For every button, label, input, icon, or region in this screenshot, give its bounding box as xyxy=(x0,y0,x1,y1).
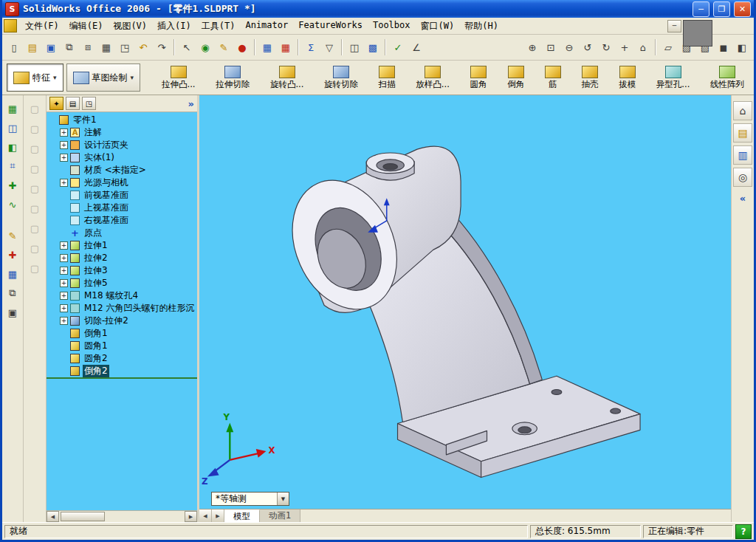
menu-item[interactable]: 编辑(E) xyxy=(64,18,109,34)
zoom-area-icon[interactable]: ⊡ xyxy=(542,38,560,56)
disabled-tool-icon[interactable]: ▢ xyxy=(26,239,44,257)
previous-view-icon[interactable]: ↺ xyxy=(579,38,597,56)
chevron-down-icon[interactable]: ▾ xyxy=(131,74,134,81)
file-explorer-icon[interactable]: ▥ xyxy=(733,145,752,165)
disabled-tool-icon[interactable]: ▢ xyxy=(26,159,44,177)
geometry-check-icon[interactable]: ✓ xyxy=(389,38,407,56)
featuremanager-tab-icon[interactable]: ✦ xyxy=(49,97,63,110)
print-icon[interactable]: ▦ xyxy=(97,38,115,56)
disabled-tool-icon[interactable]: ▢ xyxy=(26,219,44,237)
tree-item[interactable]: + M12 六角凹头螺钉的柱形沉 xyxy=(47,302,197,315)
annotate-tool-icon[interactable]: ✎ xyxy=(4,227,21,244)
tree-item[interactable]: 零件1 xyxy=(47,114,197,126)
chevron-down-icon[interactable]: ▾ xyxy=(53,74,57,81)
disabled-tool-icon[interactable]: ▢ xyxy=(26,259,44,277)
sketch-icon[interactable]: ✎ xyxy=(215,38,233,56)
spline-tool-icon[interactable]: ∿ xyxy=(4,196,21,213)
measure-icon[interactable]: ∠ xyxy=(408,38,425,56)
menu-item[interactable]: 视图(V) xyxy=(108,18,152,34)
selection-filter-icon[interactable]: ▽ xyxy=(320,38,338,56)
tab-model[interactable]: 模型 xyxy=(224,510,260,522)
tree-item[interactable]: 上视基准面 xyxy=(47,202,197,214)
tab-scroll-right-icon[interactable]: ▶ xyxy=(212,510,224,522)
menu-item[interactable]: 文件(F) xyxy=(20,18,64,34)
standard-views-icon[interactable]: ⌂ xyxy=(634,38,652,56)
select-icon[interactable]: ↖ xyxy=(178,38,196,56)
expand-toggle-icon[interactable]: + xyxy=(60,128,68,137)
disabled-tool-icon[interactable]: ▢ xyxy=(26,120,44,137)
feature-button[interactable]: 异型孔... xyxy=(651,64,695,92)
tree-item[interactable]: + 实体(1) xyxy=(47,151,197,164)
tree-item[interactable]: 倒角1 xyxy=(47,327,197,340)
menu-item[interactable]: FeatureWorks xyxy=(293,18,368,34)
chevron-down-icon[interactable]: ▼ xyxy=(277,493,289,505)
axis-tool-icon[interactable]: ✚ xyxy=(4,176,21,194)
feature-button[interactable]: 抽壳 xyxy=(577,64,604,92)
print-preview-icon[interactable]: ◳ xyxy=(116,38,134,56)
expand-toggle-icon[interactable]: + xyxy=(60,267,68,275)
chevron-left-icon[interactable]: « xyxy=(740,193,746,204)
minimize-button[interactable]: ─ xyxy=(693,1,709,17)
new-icon[interactable]: ▯ xyxy=(5,38,23,56)
tree-item[interactable]: 圆角2 xyxy=(47,352,197,365)
tree-item[interactable]: + A 注解 xyxy=(47,126,197,139)
pan-icon[interactable]: + xyxy=(616,38,633,56)
tree-item[interactable]: 右视基准面 xyxy=(47,214,197,227)
tree-item[interactable]: + 拉伸2 xyxy=(47,252,197,264)
shaded-icon[interactable]: ◼ xyxy=(715,38,732,56)
check-tool-icon[interactable]: ✚ xyxy=(4,246,21,264)
feature-button[interactable]: 倒角 xyxy=(502,64,529,92)
make-drawing-icon[interactable]: ⧉ xyxy=(61,38,78,56)
expand-toggle-icon[interactable]: + xyxy=(60,279,68,287)
tab-features[interactable]: 特征 ▾ xyxy=(7,64,63,92)
zoom-in-out-icon[interactable]: ⊖ xyxy=(560,38,578,56)
design-library-icon[interactable]: ▤ xyxy=(733,123,752,143)
open-icon[interactable]: ▤ xyxy=(24,38,41,56)
scroll-left-icon[interactable]: ◀ xyxy=(47,511,59,522)
tree-item[interactable]: + 拉伸1 xyxy=(47,239,197,252)
disabled-tool-icon[interactable]: ▢ xyxy=(26,199,44,217)
search-icon[interactable]: ◎ xyxy=(733,168,752,187)
corner-tool-icon[interactable]: ◧ xyxy=(4,138,21,156)
expand-toggle-icon[interactable]: + xyxy=(60,141,68,149)
undo-icon[interactable]: ↶ xyxy=(134,38,152,56)
cylinder-tool-icon[interactable]: ◫ xyxy=(4,119,21,137)
tree-item[interactable]: 前视基准面 xyxy=(47,189,197,202)
expand-toggle-icon[interactable]: + xyxy=(60,254,68,262)
plane-tool-icon[interactable]: ⌗ xyxy=(4,157,21,175)
scrollbar-thumb[interactable] xyxy=(61,512,105,521)
layers-tool-icon[interactable]: ⧉ xyxy=(4,284,21,302)
menu-item[interactable]: Toolbox xyxy=(368,18,416,34)
tree-item[interactable]: 圆角1 xyxy=(47,340,197,352)
disabled-tool-icon[interactable]: ▢ xyxy=(26,179,44,197)
expand-toggle-icon[interactable]: + xyxy=(60,292,68,300)
disabled-tool-icon[interactable]: ▢ xyxy=(26,140,44,157)
tree-item[interactable]: + M18 螺纹孔4 xyxy=(47,289,197,302)
expand-toggle-icon[interactable]: + xyxy=(60,154,68,162)
rebuild-icon[interactable]: ◉ xyxy=(196,38,214,56)
menu-item[interactable]: 插入(I) xyxy=(152,18,196,34)
expand-toggle-icon[interactable]: + xyxy=(60,179,68,187)
feature-button[interactable]: 线性阵列 xyxy=(705,64,749,92)
zoom-fit-icon[interactable]: ⊕ xyxy=(523,38,541,56)
section-view-icon[interactable]: ◧ xyxy=(733,38,751,56)
solidworks-resources-icon[interactable]: ⌂ xyxy=(733,101,752,120)
configurationmanager-tab-icon[interactable]: ◳ xyxy=(82,97,96,110)
design-table-icon[interactable]: ▦ xyxy=(277,38,295,56)
expand-toggle-icon[interactable]: + xyxy=(60,317,68,325)
title-bar[interactable]: S SolidWorks Office 2006 - [零件1.SLDPRT *… xyxy=(2,0,754,18)
maximize-button[interactable]: ❐ xyxy=(713,1,730,17)
grid-tool-icon[interactable]: ▦ xyxy=(4,265,21,283)
tree-item[interactable]: + 切除-拉伸2 xyxy=(47,315,197,327)
feature-button[interactable]: 筋 xyxy=(540,64,566,92)
feature-button[interactable]: 扫描 xyxy=(374,64,401,92)
feature-button[interactable]: 拔模 xyxy=(614,64,641,92)
box-tool-icon[interactable]: ▣ xyxy=(4,303,21,321)
menu-item[interactable]: 帮助(H) xyxy=(459,18,504,34)
menu-item[interactable]: 窗口(W) xyxy=(416,18,460,34)
tree-item[interactable]: + 拉伸3 xyxy=(47,264,197,277)
feature-button[interactable]: 旋转凸... xyxy=(265,64,309,92)
tree-horizontal-scrollbar[interactable]: ◀ ▶ xyxy=(47,510,197,522)
view-orientation-box[interactable]: *等轴测 ▼ xyxy=(211,492,289,506)
help-button[interactable]: ? xyxy=(735,524,752,539)
